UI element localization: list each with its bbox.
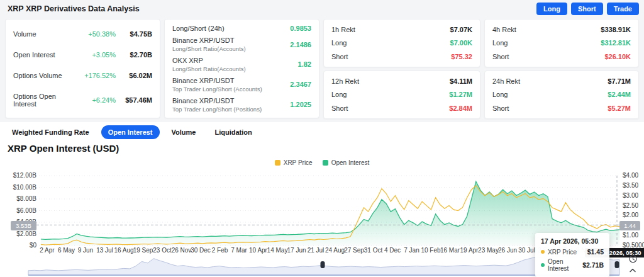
open-interest-swatch-icon: [323, 160, 328, 166]
xrp-price-swatch-icon: [275, 160, 280, 166]
open-interest-area: [41, 181, 619, 246]
stat-row-volume: Volume +50.38% $4.75B: [6, 30, 160, 38]
stat-label: Volume: [13, 30, 77, 38]
svg-text:$3.00: $3.00: [623, 192, 638, 199]
svg-text:$2.50: $2.50: [623, 202, 638, 209]
ratio-row: OKX XRPLong/Short Ratio(Accounts) 1.82: [165, 57, 319, 72]
rekt-long-label: Long: [331, 39, 450, 47]
tab-liquidation[interactable]: Liquidation: [208, 125, 258, 139]
crosshair-left-axis-badge: 3.53B: [11, 221, 36, 230]
market-overview-card: Volume +50.38% $4.75B Open Interest +3.0…: [5, 19, 160, 118]
svg-text:16 Aug: 16 Aug: [114, 247, 133, 254]
svg-text:10 Feb: 10 Feb: [421, 247, 441, 254]
svg-text:$10.00B: $10.00B: [13, 184, 37, 191]
ratio-value: 1.2025: [290, 101, 311, 108]
svg-text:$12.00B: $12.00B: [13, 172, 37, 179]
svg-text:$0: $0: [30, 242, 37, 249]
svg-text:19 Sep: 19 Sep: [133, 247, 153, 254]
rekt-short-label: Short: [331, 53, 451, 60]
derivatives-dashboard: XRP XRP Derivatives Data Analysis Long S…: [0, 0, 644, 277]
rekt-card-24h: 24h Rekt$7.71M Long$2.44M Short$5.27M: [484, 71, 639, 119]
svg-text:21 Jul: 21 Jul: [308, 247, 325, 254]
rekt-long-label: Long: [331, 91, 449, 98]
svg-text:30 Dec: 30 Dec: [191, 247, 211, 254]
tooltip-timestamp: 17 Apr 2026, 05:30: [541, 237, 604, 245]
ratio-row: Long/Short (24h) 0.9853: [165, 25, 319, 32]
svg-text:24 Aug: 24 Aug: [325, 247, 345, 254]
rekt-card-4h: 4h Rekt$338.91K Long$312.81K Short$26.10…: [484, 19, 639, 67]
navigator-handle-left[interactable]: [321, 261, 325, 268]
tooltip-row-price: XRP Price $1.45: [541, 248, 604, 256]
svg-text:2 Apr: 2 Apr: [40, 247, 55, 254]
ratio-value: 1.82: [298, 60, 311, 68]
chevron-up-icon[interactable]: [628, 267, 637, 273]
stat-value: $4.75B: [116, 30, 152, 38]
stat-value: $6.02M: [116, 72, 152, 79]
rekt-period-label: 24h Rekt: [492, 77, 608, 85]
svg-text:26 Nov: 26 Nov: [172, 247, 192, 254]
stat-change: +176.52%: [77, 72, 116, 79]
rekt-total: $338.91K: [601, 26, 631, 33]
xrp-price-dot-icon: [541, 250, 545, 254]
svg-text:13 Jul: 13 Jul: [96, 247, 113, 254]
rekt-long-label: Long: [492, 91, 608, 98]
svg-text:4 Dec: 4 Dec: [384, 247, 401, 254]
svg-text:27 Sep: 27 Sep: [344, 247, 364, 254]
rekt-long-value: $2.44M: [608, 91, 631, 98]
rekt-period-label: 1h Rekt: [331, 26, 450, 33]
tooltip-label: Open Interest: [548, 258, 579, 272]
ratio-sublabel: Top Trader Long/Short (Accounts): [172, 86, 290, 93]
svg-text:6 May: 6 May: [58, 247, 75, 254]
stat-label: Options Volume: [13, 72, 77, 79]
ratio-sublabel: Long/Short Ratio(Accounts): [172, 65, 298, 72]
tab-open-interest[interactable]: Open Interest: [101, 125, 160, 139]
short-button[interactable]: Short: [571, 3, 603, 15]
long-button[interactable]: Long: [536, 3, 567, 15]
legend-item-open-interest[interactable]: Open Interest: [323, 159, 370, 166]
svg-text:23 Oct: 23 Oct: [153, 247, 172, 254]
navigator-handle-right[interactable]: [615, 261, 619, 268]
svg-text:7 Jan: 7 Jan: [404, 247, 419, 254]
ratio-sublabel: Long/Short Ratio(Accounts): [172, 45, 290, 52]
rekt-long-label: Long: [492, 39, 601, 47]
svg-text:$2.00B: $2.00B: [16, 230, 36, 237]
rekt-total: $4.11M: [450, 77, 472, 85]
rekt-total: $7.07K: [450, 26, 472, 33]
ratio-sublabel: Top Trader Long/Short (Positions): [172, 106, 290, 113]
clock-icon[interactable]: [628, 254, 638, 264]
ratio-row: Binance XRP/USDTTop Trader Long/Short (P…: [165, 97, 319, 113]
rekt-short-value: $26.10K: [604, 53, 631, 60]
rekt-card-1h: 1h Rekt$7.07K Long$7.00K Short$75.32: [323, 19, 480, 67]
rekt-short-label: Short: [331, 105, 449, 112]
stat-change: +3.05%: [77, 51, 116, 59]
svg-text:17 Jun: 17 Jun: [287, 247, 306, 254]
svg-text:2 Feb: 2 Feb: [212, 247, 228, 254]
stat-change: +6.24%: [77, 96, 116, 104]
svg-text:30 Jul: 30 Jul: [518, 247, 535, 254]
tab-volume[interactable]: Volume: [165, 125, 203, 139]
legend-label: XRP Price: [284, 159, 313, 166]
open-interest-dot-icon: [541, 263, 545, 267]
svg-text:$3.50: $3.50: [623, 182, 638, 189]
ratio-value: 2.3467: [290, 81, 311, 88]
svg-text:14 May: 14 May: [267, 247, 288, 254]
rekt-short-value: $75.32: [451, 53, 472, 60]
rekt-long-value: $1.27M: [449, 91, 472, 98]
ratio-label: Binance XRP/USDT: [172, 77, 234, 84]
ratio-row: Binance XRP/USDTLong/Short Ratio(Account…: [165, 37, 319, 52]
legend-label: Open Interest: [331, 159, 370, 166]
legend-item-xrp-price[interactable]: XRP Price: [275, 159, 313, 166]
ratio-row: Binance XRP/USDTTop Trader Long/Short (A…: [165, 77, 319, 93]
rekt-short-value: $2.84M: [449, 105, 472, 112]
tooltip-label: XRP Price: [548, 249, 577, 256]
stat-row-options-volume: Options Volume +176.52% $6.02M: [6, 72, 160, 79]
svg-text:$4.00: $4.00: [623, 172, 638, 179]
rekt-period-label: 12h Rekt: [331, 77, 450, 85]
chart-navigator[interactable]: [28, 256, 619, 275]
crosshair-right-axis-badge: 1.44: [619, 221, 640, 230]
svg-text:19 Apr: 19 Apr: [460, 247, 479, 254]
page-title: XRP XRP Derivatives Data Analysis: [8, 4, 140, 13]
trade-button[interactable]: Trade: [607, 3, 639, 15]
tab-weighted-funding-rate[interactable]: Weighted Funding Rate: [5, 125, 96, 139]
ratio-label: OKX XRP: [172, 57, 203, 64]
